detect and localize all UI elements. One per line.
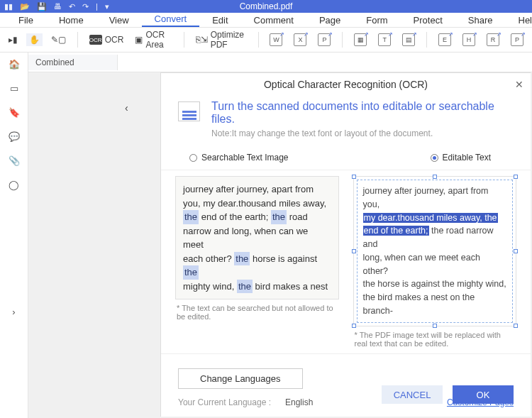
dialog-title: Optical Character Recognition (OCR) xyxy=(161,73,531,97)
excel-icon: X xyxy=(294,33,306,46)
pv1-line: journey after journey, apart from xyxy=(183,184,314,194)
tab-combined[interactable]: Combined xyxy=(28,55,118,70)
text-icon: T xyxy=(378,33,391,46)
window-title: Combined.pdf xyxy=(240,1,293,11)
current-language-label: Your Current Language : xyxy=(178,397,271,407)
edit-tool[interactable]: ✎▢ xyxy=(48,33,69,46)
radio-editable[interactable]: Editable Text xyxy=(431,153,492,163)
pv2-line: long, when can we meet each other? xyxy=(363,253,480,276)
pv1-line: end of the earth; xyxy=(199,211,271,222)
open-icon[interactable]: 📂 xyxy=(20,2,30,11)
document-tabs: Combined xyxy=(28,53,532,72)
dialog-note: Note:It may change the text font or layo… xyxy=(211,128,511,138)
rtf-icon: R xyxy=(487,33,499,46)
save-icon[interactable]: 💾 xyxy=(37,2,47,11)
epub-icon: E xyxy=(438,33,451,46)
pv1-line: road xyxy=(287,211,308,222)
pv2-line: the bird makes a nest on the branch- xyxy=(363,292,475,316)
html-icon: H xyxy=(462,33,475,46)
other-icon: ▤ xyxy=(402,33,415,46)
expand-pane-icon[interactable]: › xyxy=(7,304,21,319)
undo-icon[interactable]: ↶ xyxy=(69,2,75,11)
toolbar: ▸▮ ✋ ✎▢ OCROCR ▣OCR Area ⎘⇲Optimize PDF … xyxy=(0,27,532,53)
menu-protect[interactable]: Protect xyxy=(401,13,455,27)
preview-searchable: journey after journey, apart from you, m… xyxy=(175,176,339,348)
menu-home[interactable]: Home xyxy=(46,13,96,27)
pv2-line: the horse is against the mighty wind, xyxy=(363,279,506,289)
ppt-icon: P xyxy=(318,33,331,46)
pv2-selection: end of the earth; xyxy=(363,226,429,236)
left-rail: 🏠 ▭ 🔖 💬 📎 ◯ › xyxy=(0,53,28,418)
pv1-line: each other? xyxy=(183,253,234,264)
menu-share[interactable]: Share xyxy=(455,13,506,27)
print-icon[interactable]: 🖶 xyxy=(54,2,62,11)
convert-excel-button[interactable]: X xyxy=(291,32,309,48)
convert-word-button[interactable]: W xyxy=(267,32,285,48)
pv1-line: horse is against xyxy=(250,253,317,264)
convert-rtf-button[interactable]: R xyxy=(484,32,502,48)
bookmarks-icon[interactable]: 🔖 xyxy=(7,105,21,119)
ocr-area-button[interactable]: ▣OCR Area xyxy=(132,28,174,51)
ocr-dialog: Optical Character Recognition (OCR) ✕ Tu… xyxy=(160,72,531,417)
pv1-hl: the xyxy=(271,210,287,224)
select-tool[interactable]: ▸▮ xyxy=(6,33,21,46)
close-icon[interactable]: ✕ xyxy=(515,79,523,90)
menu-edit[interactable]: Edit xyxy=(199,13,240,27)
optimize-icon: ⎘⇲ xyxy=(196,35,208,45)
preview-editable: journey after journey, apart from you, m… xyxy=(353,176,517,348)
pdfa-icon: P xyxy=(511,33,523,46)
dialog-headline: Turn the scanned documents into editable… xyxy=(211,100,511,126)
menu-comment[interactable]: Comment xyxy=(241,13,306,27)
convert-text-button[interactable]: T xyxy=(375,32,394,48)
cancel-button[interactable]: CANCEL xyxy=(382,385,443,404)
menu-view[interactable]: View xyxy=(96,13,142,27)
pv1-hl: the xyxy=(183,210,199,224)
menubar: File Home View Convert Edit Comment Page… xyxy=(0,13,532,27)
pv1-hl: the xyxy=(234,252,250,266)
pv2-line: journey after journey, apart from you, xyxy=(363,186,489,209)
ocr-area-label: OCR Area xyxy=(145,30,172,50)
scan-icon xyxy=(178,101,200,121)
preview2-caption: * The PDF image text will be replaced wi… xyxy=(353,331,517,348)
radio-editable-label: Editable Text xyxy=(443,153,492,163)
convert-image-button[interactable]: ▦ xyxy=(351,32,370,48)
pv2-selection: my dear.thousand miles away, the xyxy=(363,213,498,223)
quickbar-dropdown-icon[interactable]: ▾ xyxy=(105,2,109,11)
menu-form[interactable]: Form xyxy=(353,13,400,27)
page-handle-icon[interactable]: ‹ xyxy=(125,102,128,114)
convert-pdfa-button[interactable]: P xyxy=(508,32,526,48)
thumbnails-icon[interactable]: ▭ xyxy=(7,81,21,95)
radio-searchable-label: Searchable Text Image xyxy=(201,153,289,163)
ocr-area-icon: ▣ xyxy=(135,35,143,45)
menu-convert[interactable]: Convert xyxy=(142,12,200,27)
comments-icon[interactable]: 💬 xyxy=(7,129,21,143)
pv1-line: mighty wind, xyxy=(183,281,237,292)
current-language-value: English xyxy=(285,397,313,407)
hand-tool[interactable]: ✋ xyxy=(26,33,43,46)
optimize-label: Optimize PDF xyxy=(211,30,247,50)
change-languages-button[interactable]: Change Languages xyxy=(178,368,303,389)
ocr-label: OCR xyxy=(105,35,124,45)
ok-button[interactable]: OK xyxy=(453,385,514,404)
quickbar-separator: | xyxy=(96,2,98,11)
preview1-caption: * The text can be searched but not allow… xyxy=(175,304,339,321)
menu-page[interactable]: Page xyxy=(306,13,353,27)
app-logo-icon: ▮▮ xyxy=(4,2,13,11)
pv1-hl: the xyxy=(237,280,253,294)
ocr-button[interactable]: OCROCR xyxy=(87,33,127,46)
optimize-pdf-button[interactable]: ⎘⇲Optimize PDF xyxy=(193,28,250,51)
radio-searchable[interactable]: Searchable Text Image xyxy=(189,153,289,163)
convert-ppt-button[interactable]: P xyxy=(315,32,333,48)
menu-help[interactable]: Help xyxy=(506,13,533,27)
circle-icon[interactable]: ◯ xyxy=(7,177,21,192)
home-icon[interactable]: 🏠 xyxy=(7,57,21,71)
attachments-icon[interactable]: 📎 xyxy=(7,153,21,167)
word-icon: W xyxy=(270,33,282,46)
convert-other-button[interactable]: ▤ xyxy=(399,32,418,48)
pv1-line: narrow and long, when can we meet xyxy=(183,226,308,251)
menu-file[interactable]: File xyxy=(6,13,46,27)
convert-epub-button[interactable]: E xyxy=(436,32,454,48)
convert-html-button[interactable]: H xyxy=(460,32,478,48)
redo-icon[interactable]: ↷ xyxy=(82,2,89,11)
pv1-line: you, my dear.thousand miles away, xyxy=(183,198,326,209)
